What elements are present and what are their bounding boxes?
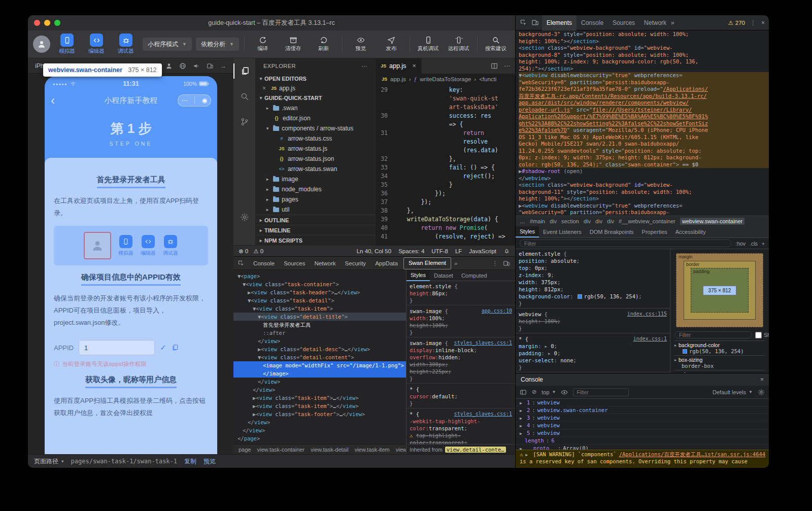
more-tabs-icon[interactable]: »: [452, 260, 459, 266]
account-icon[interactable]: [165, 62, 173, 70]
style-declaration[interactable]: }: [407, 329, 515, 336]
dom-node[interactable]: 0px; z-index: 9; width: 375px; height: 8…: [519, 154, 769, 161]
stylesheet-link[interactable]: app.css:10: [482, 308, 512, 315]
device-toolbar-icon[interactable]: [531, 19, 539, 26]
breadcrumb-item[interactable]: div: [550, 218, 557, 224]
dom-node[interactable]: "webSecurity=0" partition="persist:baidu…: [519, 209, 769, 216]
tree-item[interactable]: ▸ pages: [255, 194, 376, 205]
publish-button[interactable]: 发布: [378, 36, 404, 52]
stylesheet-link[interactable]: index.css:1: [633, 335, 667, 343]
bell-icon[interactable]: [503, 248, 510, 254]
style-declaration[interactable]: background-color: rgb(50, 136, 254);: [516, 293, 670, 300]
tree-item[interactable]: # arrow-status.css: [255, 133, 376, 144]
expand-icon[interactable]: ▶: [520, 424, 525, 428]
styles-filter-input[interactable]: [520, 240, 731, 247]
style-declaration[interactable]: position: absolute;: [516, 257, 670, 264]
breadcrumb-item[interactable]: div: [607, 218, 614, 224]
element-node[interactable]: ▼<view class="task-detail">: [233, 296, 406, 304]
gear-icon[interactable]: [233, 210, 255, 225]
more-icon[interactable]: ⋯: [182, 97, 188, 104]
expand-icon[interactable]: ▶: [520, 431, 525, 436]
expand-icon[interactable]: ▶: [520, 401, 525, 405]
chevron-down-icon[interactable]: ▾: [61, 459, 64, 464]
user-avatar[interactable]: [33, 36, 50, 53]
code-line[interactable]: 30 success: res: [376, 112, 515, 120]
dom-node[interactable]: 百度开发者工具-rc.app/Contents/Resources/app/bu…: [519, 93, 769, 100]
computed-filter-input[interactable]: [674, 331, 752, 338]
element-node[interactable]: ▼<view class="detail-title">: [233, 313, 406, 321]
appid-input[interactable]: 1: [79, 340, 155, 355]
element-node[interactable]: </view>: [233, 386, 406, 394]
style-declaration[interactable]: width:300px;: [407, 361, 515, 368]
style-declaration[interactable]: swan-image { styles_slaves.css:1: [407, 339, 515, 347]
more-actions-icon[interactable]: ⋯: [504, 62, 510, 70]
more-options-icon[interactable]: ⋮: [750, 19, 756, 26]
element-node[interactable]: ▶<view class="task-item">…</view>: [233, 402, 406, 410]
code-line[interactable]: => {: [376, 120, 515, 129]
style-declaration[interactable]: * { styles_slaves.css:1: [407, 411, 515, 418]
code-line[interactable]: 31 return: [376, 129, 515, 138]
console-sidebar-icon[interactable]: [520, 389, 527, 396]
style-declaration[interactable]: element.style {: [516, 250, 670, 257]
element-node[interactable]: ▼<page>: [233, 272, 406, 280]
style-declaration[interactable]: height:86px;: [407, 290, 515, 297]
remote-debug-button[interactable]: 远程调试: [446, 36, 472, 52]
breadcrumb-item[interactable]: div: [584, 218, 591, 224]
dom-node[interactable]: background-8" style="position: absolute;…: [519, 52, 769, 59]
styles-tab[interactable]: DOM Breakpoints: [586, 227, 638, 237]
capsule-menu[interactable]: ⋯◉: [178, 94, 211, 107]
styles-tab[interactable]: Accessibility: [671, 227, 710, 237]
search-suggest-button[interactable]: 搜索建议: [483, 36, 509, 52]
breadcrumb-item[interactable]: view.detail: [396, 447, 406, 453]
element-node[interactable]: </view>: [233, 378, 406, 386]
element-node[interactable]: </view>: [233, 426, 406, 434]
expand-icon[interactable]: ▶: [525, 453, 530, 457]
element-node[interactable]: ▼<view class="task-container">: [233, 280, 406, 288]
console-warning[interactable]: ⚠ ▶ [SAN WARNING] `components` /Applicat…: [516, 450, 769, 468]
console-filter-input[interactable]: [573, 388, 629, 396]
style-declaration[interactable]: * { index.css:1: [516, 335, 670, 343]
copy-path-button[interactable]: 复制: [184, 457, 196, 466]
dom-node[interactable]: <section class="webview-background" id="…: [519, 45, 769, 52]
dependency-analysis-dropdown[interactable]: 依赖分析▼: [196, 38, 239, 51]
tree-item[interactable]: ▸ util: [255, 205, 376, 215]
element-node[interactable]: ▶<view class="task-item">…</view>: [233, 394, 406, 402]
breadcrumb-item[interactable]: view.task-container: [257, 447, 304, 453]
style-declaration[interactable]: height:100%;: [407, 322, 515, 329]
element-node[interactable]: </view>: [233, 418, 406, 426]
copy-icon[interactable]: [172, 344, 179, 351]
console-entry[interactable]: ▶ __proto__: Array(0): [516, 445, 769, 450]
breadcrumb-item[interactable]: view.task-detail: [311, 447, 349, 453]
styles-tab[interactable]: Styles: [516, 226, 539, 237]
element-node[interactable]: ▶<view class="task-footer">…</view>: [233, 410, 406, 418]
inspect-icon[interactable]: [238, 260, 245, 267]
inherited-element-link[interactable]: view.detail-conte…: [445, 447, 506, 453]
warnings-indicator[interactable]: ⚠ 0: [253, 248, 263, 255]
style-declaration[interactable]: z-index: 9;: [516, 271, 670, 279]
console-entry[interactable]: length: 6: [516, 437, 769, 445]
code-line[interactable]: 'swan-quick-st: [376, 94, 515, 103]
style-declaration[interactable]: -webkit-tap-highlight-: [407, 418, 515, 425]
indentation[interactable]: Spaces: 4: [398, 248, 424, 254]
style-declaration[interactable]: overflow:hidden;: [407, 354, 515, 361]
split-editor-icon[interactable]: [491, 62, 498, 70]
home-icon[interactable]: ◉: [202, 97, 207, 104]
code-line[interactable]: 29 key:: [376, 86, 515, 94]
toggle-pseudo-button[interactable]: :hov: [735, 241, 746, 247]
code-line[interactable]: (res.data): [376, 146, 515, 155]
dom-node[interactable]: preloader-url.js" src="file:///Users/tst…: [519, 107, 769, 114]
dom-node[interactable]: 254);"></section>: [519, 65, 769, 73]
code-lines[interactable]: 29 key: 'swan-quick-st: [376, 85, 515, 245]
element-node[interactable]: ::after: [233, 329, 406, 337]
simulator-toggle-button[interactable]: 模拟器: [54, 33, 80, 55]
code-line[interactable]: 37 });: [376, 198, 515, 207]
preview-path-button[interactable]: 预览: [204, 457, 216, 466]
close-drawer-icon[interactable]: ×: [760, 376, 764, 383]
computed-property[interactable]: ▸background-color rgb(50, 136, 254): [674, 340, 765, 355]
explorer-section-header[interactable]: ▸TIMELINE: [255, 225, 376, 235]
console-entry[interactable]: ▶ 5: webview: [516, 429, 769, 437]
console-entry[interactable]: ▶ 2: webview.swan-container: [516, 406, 769, 414]
style-declaration[interactable]: color:transparent;: [407, 425, 515, 432]
context-selector[interactable]: top▼: [542, 389, 556, 395]
styles-tab[interactable]: Styles: [407, 270, 430, 281]
